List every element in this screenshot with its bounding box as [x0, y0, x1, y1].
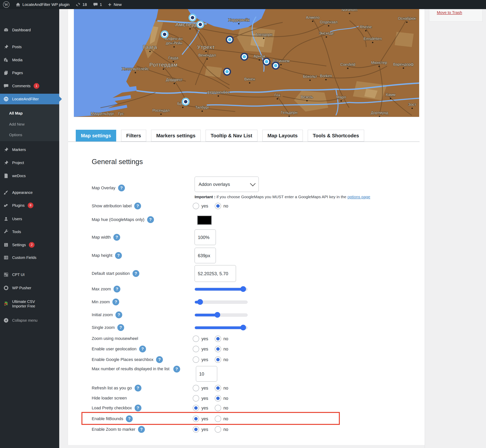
- sidebar-item-label: Posts: [12, 45, 22, 49]
- sidebar-item-wp-pusher[interactable]: WP Pusher: [0, 283, 59, 293]
- sidebar-item-plugins[interactable]: Plugins 8: [0, 200, 59, 211]
- help-icon[interactable]: [115, 312, 122, 318]
- map-hue-swatch[interactable]: [197, 216, 212, 225]
- help-icon[interactable]: [135, 405, 141, 411]
- radio-no[interactable]: [215, 416, 221, 422]
- help-icon[interactable]: [112, 298, 119, 305]
- max-results-input[interactable]: 10: [196, 366, 217, 382]
- updates-indicator[interactable]: 18: [73, 0, 90, 9]
- max-zoom-slider[interactable]: [195, 288, 247, 291]
- initial-zoom-slider[interactable]: [195, 313, 247, 317]
- sidebar-item-label: Comments: [12, 84, 31, 88]
- help-icon[interactable]: [134, 203, 141, 209]
- help-icon[interactable]: [139, 346, 146, 352]
- radio-yes[interactable]: [193, 385, 199, 391]
- sidebar-item-project[interactable]: Project: [0, 157, 59, 168]
- new-content-menu[interactable]: + New: [105, 0, 125, 9]
- radio-yes[interactable]: [193, 416, 199, 422]
- radio-no[interactable]: [215, 346, 221, 352]
- sidebar-item-settings[interactable]: Settings 2: [0, 240, 59, 250]
- radio-no[interactable]: [215, 203, 221, 209]
- slider-handle[interactable]: [214, 312, 220, 318]
- default-start-position-input[interactable]: 52.20253, 5.70: [195, 265, 236, 282]
- map-preview[interactable]: АмстердамГаагаРоттердамУтрехтАлфен-анден…: [74, 9, 419, 117]
- svg-text:Варендорф: Варендорф: [393, 62, 414, 66]
- slider-handle[interactable]: [197, 299, 203, 305]
- svg-text:Rheine: Rheine: [360, 25, 372, 29]
- help-icon[interactable]: [156, 356, 163, 363]
- comments-indicator[interactable]: 1: [90, 0, 105, 9]
- radio-yes[interactable]: [193, 336, 199, 342]
- sidebar-item-wedocs[interactable]: weDocs: [0, 170, 59, 181]
- radio-no[interactable]: [215, 385, 221, 391]
- help-icon[interactable]: [126, 415, 133, 422]
- tab-tooltip-nav-list[interactable]: Tooltip & Nav List: [206, 130, 257, 142]
- help-icon[interactable]: [173, 366, 180, 373]
- submenu-item-options[interactable]: Options: [9, 133, 22, 137]
- sidebar-item-appearance[interactable]: Appearance: [0, 187, 59, 198]
- radio-yes[interactable]: [193, 405, 199, 411]
- help-icon[interactable]: [118, 184, 125, 191]
- comments-icon: [3, 83, 9, 89]
- slider-handle[interactable]: [240, 286, 246, 292]
- refresh-list-radio-group: yes no: [193, 385, 232, 391]
- help-icon[interactable]: [115, 252, 122, 259]
- map-height-input[interactable]: 639px: [195, 248, 216, 263]
- help-icon[interactable]: [117, 324, 124, 331]
- radio-no[interactable]: [215, 336, 221, 342]
- slider-handle[interactable]: [240, 325, 246, 330]
- min-zoom-slider[interactable]: [195, 301, 247, 304]
- sidebar-item-posts[interactable]: Posts: [0, 41, 59, 52]
- tab-tools-shortcodes[interactable]: Tools & Shortcodes: [308, 130, 364, 142]
- sidebar-item-pages[interactable]: Pages: [0, 68, 59, 78]
- move-to-trash-link[interactable]: Move to Trash: [437, 10, 462, 15]
- updates-icon: [75, 2, 81, 7]
- sidebar-item-custom-fields[interactable]: Custom Fields: [0, 252, 59, 263]
- help-icon[interactable]: [138, 426, 145, 433]
- sidebar-item-tools[interactable]: Tools: [0, 226, 59, 237]
- sidebar-item-label: Appearance: [12, 191, 33, 195]
- sidebar-item-media[interactable]: Media: [0, 55, 59, 65]
- tab-markers-settings[interactable]: Markers settings: [151, 130, 201, 142]
- wordpress-menu[interactable]: W: [0, 0, 13, 9]
- radio-no[interactable]: [215, 405, 221, 411]
- sidebar-item-markers[interactable]: Markers: [0, 144, 59, 155]
- sidebar-item-ultimate-csv-importer[interactable]: Ultimate CSV Importer Free: [0, 295, 59, 312]
- radio-no[interactable]: [215, 356, 221, 363]
- radio-yes[interactable]: [193, 395, 199, 401]
- radio-yes[interactable]: [193, 356, 199, 363]
- sidebar-item-users[interactable]: Users: [0, 214, 59, 224]
- svg-text:Дортмунд: Дортмунд: [371, 111, 388, 115]
- radio-no[interactable]: [215, 395, 221, 401]
- document-icon: [3, 173, 9, 179]
- radio-yes[interactable]: [193, 426, 199, 433]
- sidebar-item-dashboard[interactable]: Dashboard: [0, 25, 59, 35]
- map-width-input[interactable]: 100%: [195, 230, 216, 245]
- radio-yes[interactable]: [193, 346, 199, 352]
- help-icon[interactable]: [132, 270, 139, 277]
- submenu-item-all-map[interactable]: All Map: [9, 111, 23, 115]
- tab-map-layouts[interactable]: Map Layouts: [262, 130, 303, 142]
- help-icon[interactable]: [114, 286, 120, 292]
- wrench-icon: [3, 229, 9, 235]
- collapse-menu-button[interactable]: Collapse menu: [0, 315, 59, 326]
- radio-yes[interactable]: [193, 203, 199, 209]
- tab-filters[interactable]: Filters: [121, 130, 146, 142]
- help-icon[interactable]: [135, 385, 141, 392]
- sidebar-item-comments[interactable]: Comments 1: [0, 81, 59, 91]
- sidebar-item-cpt-ui[interactable]: CPT UI: [0, 269, 59, 280]
- site-link[interactable]: LocateAndFilter WP plugin: [13, 0, 73, 9]
- settings-tabs: Map settings Filters Markers settings To…: [76, 130, 364, 142]
- sidebar-item-locateandfilter[interactable]: LocateAndFilter: [0, 94, 59, 104]
- help-icon[interactable]: [113, 234, 120, 241]
- options-page-link[interactable]: options page: [347, 195, 370, 199]
- help-icon[interactable]: [147, 216, 154, 223]
- initial-zoom-label: Initial zoom: [92, 312, 122, 318]
- single-zoom-slider[interactable]: [195, 326, 247, 329]
- radio-no[interactable]: [215, 426, 221, 433]
- tab-map-settings[interactable]: Map settings: [76, 130, 116, 142]
- sidebar-item-label: Markers: [12, 148, 26, 152]
- map-overlay-select[interactable]: Addon overlays: [195, 176, 259, 192]
- user-geolocation-label: Enable user geolocation: [92, 346, 146, 352]
- submenu-item-add-new[interactable]: Add New: [9, 122, 25, 127]
